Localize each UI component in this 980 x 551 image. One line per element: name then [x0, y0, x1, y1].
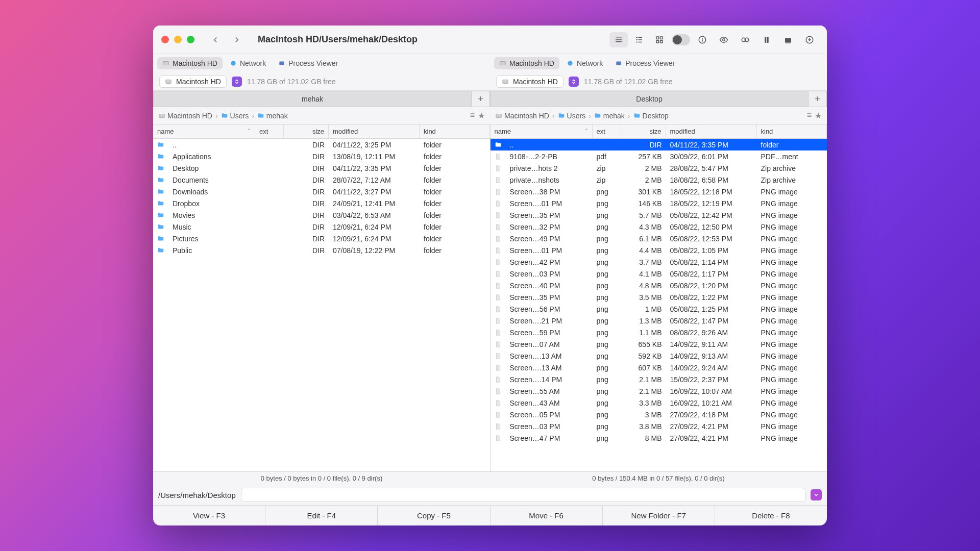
column-headers-left: name˄ ext size modified kind [153, 124, 490, 139]
fkey-button[interactable]: Delete - F8 [715, 506, 827, 525]
file-row[interactable]: Screen…03 PMpng4.1 MB05/08/22, 1:17 PMPN… [491, 268, 827, 280]
col-modified[interactable]: modified [329, 124, 420, 138]
fkey-button[interactable]: New Folder - F7 [603, 506, 715, 525]
file-row[interactable]: Screen…56 PMpng1 MB05/08/22, 1:25 PMPNG … [491, 303, 827, 315]
file-row[interactable]: private…nshotszip2 MB18/08/22, 6:58 PMZi… [491, 174, 827, 186]
file-row[interactable]: DocumentsDIR28/07/22, 7:12 AMfolder [153, 174, 490, 186]
file-row[interactable]: Screen…42 PMpng3.7 MB05/08/22, 1:14 PMPN… [491, 256, 827, 268]
folder-tab-right[interactable]: Desktop [490, 91, 808, 107]
volume-tab-hdd[interactable]: Macintosh HD [494, 57, 559, 69]
col-modified[interactable]: modified [666, 124, 757, 138]
file-row[interactable]: Screen…47 PMpng8 MB27/09/22, 4:21 PMPNG … [491, 432, 827, 444]
file-row[interactable]: Screen…38 PMpng301 KB18/05/22, 12:18 PMP… [491, 186, 827, 197]
file-row[interactable]: DesktopDIR04/11/22, 3:35 PMfolder [153, 162, 490, 174]
minimize-window-button[interactable] [174, 36, 182, 43]
fkey-button[interactable]: Copy - F5 [378, 506, 490, 525]
col-kind[interactable]: kind [420, 124, 490, 138]
file-row[interactable]: Screen….13 AMpng592 KB14/09/22, 9:13 AMP… [491, 350, 827, 362]
col-ext[interactable]: ext [593, 124, 621, 138]
eject-icon[interactable] [779, 32, 797, 47]
list-mode-icon[interactable]: ≡ [470, 111, 475, 120]
file-row[interactable]: private…hots 2zip2 MB28/08/22, 5:47 PMZi… [491, 162, 827, 174]
file-row[interactable]: ApplicationsDIR13/08/19, 12:11 PMfolder [153, 151, 490, 162]
file-row[interactable]: Screen….13 AMpng607 KB14/09/22, 9:24 AMP… [491, 362, 827, 373]
file-row[interactable]: Screen…43 AMpng3.3 MB16/09/22, 10:21 AMP… [491, 397, 827, 409]
fullscreen-window-button[interactable] [187, 36, 194, 43]
col-name[interactable]: name˄ [153, 124, 255, 138]
download-icon[interactable] [800, 32, 819, 47]
list-mode-icon[interactable]: ≡ [807, 111, 812, 120]
file-name: Screen…55 AM [506, 387, 593, 395]
col-size[interactable]: size [284, 124, 329, 138]
col-size[interactable]: size [621, 124, 666, 138]
column-view-icon[interactable] [630, 32, 648, 47]
file-row[interactable]: Screen…55 AMpng2.1 MB16/09/22, 10:07 AMP… [491, 385, 827, 397]
file-row[interactable]: ..DIR04/11/22, 3:25 PMfolder [153, 139, 490, 151]
fkey-button[interactable]: Edit - F4 [265, 506, 378, 525]
file-row[interactable]: Screen…40 PMpng4.8 MB05/08/22, 1:20 PMPN… [491, 280, 827, 291]
file-row[interactable]: MusicDIR12/09/21, 6:24 PMfolder [153, 221, 490, 233]
file-row[interactable]: DropboxDIR24/09/21, 12:41 PMfolder [153, 197, 490, 209]
command-dropdown-icon[interactable] [811, 489, 822, 500]
info-icon[interactable] [693, 32, 712, 47]
file-row[interactable]: Screen….01 PMpng4.4 MB05/08/22, 1:05 PMP… [491, 244, 827, 256]
file-ext: png [593, 340, 621, 348]
list-view-icon[interactable] [609, 32, 628, 47]
volume-tab-process[interactable]: Process Viewer [610, 57, 680, 69]
file-row[interactable]: Screen…35 PMpng5.7 MB05/08/22, 12:42 PMP… [491, 209, 827, 221]
airdrop-icon[interactable] [757, 32, 776, 47]
file-row[interactable]: DownloadsDIR04/11/22, 3:27 PMfolder [153, 186, 490, 197]
file-row[interactable]: Screen…05 PMpng3 MB27/09/22, 4:18 PMPNG … [491, 409, 827, 420]
favorite-icon[interactable]: ★ [478, 111, 485, 120]
file-row[interactable]: Screen…35 PMpng3.5 MB05/08/22, 1:22 PMPN… [491, 291, 827, 303]
folder-tab-left[interactable]: mehak [153, 91, 472, 107]
favorite-icon[interactable]: ★ [815, 111, 822, 120]
add-tab-button[interactable]: + [808, 91, 827, 107]
command-input[interactable] [241, 488, 805, 502]
file-ext: png [593, 270, 621, 278]
toggle-hidden-icon[interactable] [672, 32, 690, 47]
volume-selector[interactable]: Macintosh HD [159, 76, 227, 88]
breadcrumb-item[interactable]: Desktop [633, 112, 669, 120]
file-row[interactable]: Screen…03 PMpng3.8 MB27/09/22, 4:21 PMPN… [491, 420, 827, 432]
breadcrumb-item[interactable]: Macintosh HD [495, 112, 549, 120]
volume-tab-network[interactable]: Network [225, 57, 271, 69]
file-row[interactable]: Screen….01 PMpng146 KB18/05/22, 12:19 PM… [491, 197, 827, 209]
file-row[interactable]: Screen….14 PMpng2.1 MB15/09/22, 2:37 PMP… [491, 373, 827, 385]
volume-tab-network[interactable]: Network [561, 57, 608, 69]
file-row[interactable]: Screen…07 AMpng655 KB14/09/22, 9:11 AMPN… [491, 338, 827, 350]
fkey-button[interactable]: Move - F6 [491, 506, 603, 525]
volume-dropdown-icon[interactable] [232, 77, 242, 87]
breadcrumb-item[interactable]: Users [558, 112, 586, 120]
quicklook-icon[interactable] [715, 32, 733, 47]
file-row[interactable]: Screen…59 PMpng1.1 MB08/08/22, 9:26 AMPN… [491, 327, 827, 338]
search-icon[interactable] [736, 32, 754, 47]
volume-dropdown-icon[interactable] [569, 77, 579, 87]
close-window-button[interactable] [161, 36, 169, 43]
file-row[interactable]: 9108-…2-2-PBpdf257 KB30/09/22, 6:01 PMPD… [491, 151, 827, 162]
breadcrumb-item[interactable]: mehak [594, 112, 625, 120]
file-row[interactable]: PicturesDIR12/09/21, 6:24 PMfolder [153, 233, 490, 244]
volume-selector[interactable]: Macintosh HD [496, 76, 564, 88]
forward-button[interactable] [228, 32, 246, 47]
grid-view-icon[interactable] [650, 32, 669, 47]
file-row[interactable]: PublicDIR07/08/19, 12:22 PMfolder [153, 244, 490, 256]
file-icon [491, 435, 506, 442]
col-ext[interactable]: ext [255, 124, 284, 138]
breadcrumb-item[interactable]: Users [221, 112, 249, 120]
file-row[interactable]: Screen….21 PMpng1.3 MB05/08/22, 1:47 PMP… [491, 315, 827, 327]
col-name[interactable]: name˄ [491, 124, 593, 138]
volume-tab-hdd[interactable]: Macintosh HD [157, 57, 223, 69]
file-name: Screen…35 PM [506, 211, 593, 219]
back-button[interactable] [207, 32, 224, 47]
file-row[interactable]: Screen…32 PMpng4.3 MB05/08/22, 12:50 PMP… [491, 221, 827, 233]
breadcrumb-item[interactable]: Macintosh HD [158, 112, 212, 120]
fkey-button[interactable]: View - F3 [153, 506, 265, 525]
file-row[interactable]: Screen…49 PMpng6.1 MB05/08/22, 12:53 PMP… [491, 233, 827, 244]
col-kind[interactable]: kind [757, 124, 827, 138]
add-tab-button[interactable]: + [472, 91, 490, 107]
breadcrumb-item[interactable]: mehak [257, 112, 288, 120]
file-row[interactable]: ..DIR04/11/22, 3:35 PMfolder [491, 139, 827, 151]
file-row[interactable]: MoviesDIR03/04/22, 6:53 AMfolder [153, 209, 490, 221]
volume-tab-process[interactable]: Process Viewer [273, 57, 343, 69]
